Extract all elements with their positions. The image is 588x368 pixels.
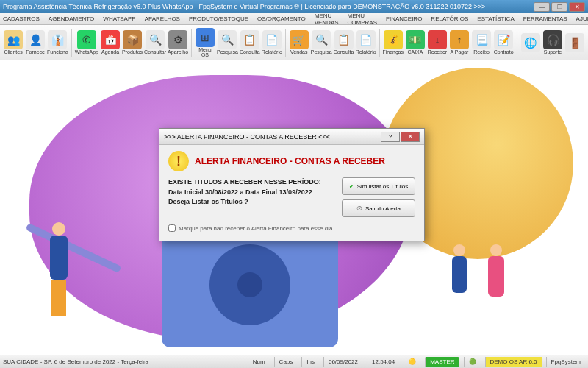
tool-icon: 🚪: [565, 33, 584, 52]
alert-icon: !: [168, 151, 189, 171]
exit-alert-button[interactable]: ⦿Sair do Alerta: [342, 199, 415, 217]
menu-agendamento[interactable]: AGENDAMENTO: [49, 15, 95, 22]
status-num: Num: [248, 357, 270, 367]
Vendas-icon: 🛒: [290, 30, 309, 49]
status-date: 06/09/2022: [323, 357, 362, 367]
close-button[interactable]: ✕: [569, 2, 585, 12]
toolbar-CAIXA[interactable]: 💵CAIXA: [405, 30, 426, 54]
toolbar-item[interactable]: 🌐: [520, 33, 541, 52]
toolbar-Consultar[interactable]: 🔍Consultar: [144, 30, 166, 54]
status-location: SUA CIDADE - SP, 6 de Setembro de 2022 -…: [3, 358, 243, 365]
toolbar-Suporte[interactable]: 🎧Suporte: [542, 30, 563, 54]
toolbar-label: Funciona: [47, 49, 68, 54]
workspace: >>> ALERTA FINANCEIRO - CONTAS A RECEBER…: [0, 60, 588, 355]
yes-list-button[interactable]: ✔Sim listar os Títulos: [342, 177, 415, 195]
toolbar-Consulta[interactable]: 📋Consulta: [240, 30, 260, 54]
alert-dialog: >>> ALERTA FINANCEIRO - CONTAS A RECEBER…: [159, 128, 425, 241]
main-titlebar: Programa Assistência Técnica Refrigeraçã…: [0, 0, 588, 13]
toolbar-Vendas[interactable]: 🛒Vendas: [289, 30, 309, 54]
dialog-caption: >>> ALERTA FINANCEIRO - CONTAS A RECEBER…: [164, 133, 381, 141]
menu-ferramentas[interactable]: FERRAMENTAS: [523, 15, 567, 22]
toolbar-label: Agenda: [101, 49, 119, 54]
toolbar-label: Consultar: [144, 49, 166, 54]
status-ins: Ins: [301, 357, 319, 367]
toolbar-label: Pesquisa: [311, 49, 332, 54]
toolbar-Relatório[interactable]: 📄Relatório: [356, 30, 376, 54]
toolbar-Clientes[interactable]: 👥Clientes: [3, 30, 24, 54]
toolbar-Pesquisa[interactable]: 🔍Pesquisa: [217, 30, 238, 54]
status-brand: FpqSystem: [546, 357, 585, 367]
toolbar-Funciona[interactable]: 👔Funciona: [47, 30, 68, 54]
menu-whatsapp[interactable]: WHATSAPP: [103, 15, 135, 22]
toolbar-Fornece[interactable]: 👤Fornece: [25, 30, 46, 54]
toolbar-Menu OS[interactable]: ⊞Menu OS: [195, 28, 215, 57]
Produtos-icon: 📦: [123, 30, 142, 49]
toolbar-Consulta[interactable]: 📋Consulta: [334, 30, 354, 54]
toolbar-Receber[interactable]: ↓Receber: [427, 30, 448, 54]
menu-vendas[interactable]: MENU VENDAS: [315, 13, 339, 26]
toolbar-label: Relatório: [262, 49, 282, 54]
toolbar-label: Consulta: [334, 49, 354, 54]
menu-produto[interactable]: PRODUTO/ESTOQUE: [189, 15, 248, 22]
toolbar-label: CAIXA: [407, 49, 423, 54]
Recibo-icon: 📃: [472, 30, 491, 49]
suppress-alert-input[interactable]: [168, 224, 176, 232]
toolbar-item[interactable]: 🚪: [564, 33, 585, 52]
toolbar-Produtos[interactable]: 📦Produtos: [122, 30, 143, 54]
Consultar-icon: 🔍: [146, 30, 165, 49]
Aparelho-icon: ⚙: [168, 30, 187, 49]
toolbar-Relatório[interactable]: 📄Relatório: [262, 30, 282, 54]
status-indicator: 🟢: [464, 357, 481, 367]
toolbar-label: Receber: [428, 49, 447, 54]
tool-icon: 🌐: [521, 33, 540, 52]
toolbar-Contrato[interactable]: 📝Contrato: [493, 30, 514, 54]
suppress-alert-checkbox[interactable]: Marque para não receber o Alerta Finance…: [168, 224, 415, 232]
toolbar-A Pagar[interactable]: ↑A Pagar: [449, 30, 470, 54]
Contrato-icon: 📝: [494, 30, 513, 49]
menu-compras[interactable]: MENU COMPRAS: [348, 13, 377, 26]
toolbar-label: Aparelho: [168, 49, 188, 54]
menu-financeiro[interactable]: FINANCEIRO: [386, 15, 422, 22]
menu-aparelhos[interactable]: APARELHOS: [145, 15, 180, 22]
toolbar-label: Vendas: [290, 49, 307, 54]
statusbar: SUA CIDADE - SP, 6 de Setembro de 2022 -…: [0, 355, 588, 368]
menu-os[interactable]: OS/ORÇAMENTO: [257, 15, 306, 22]
toolbar: 👥Clientes👤Fornece👔Funciona✆WhatsApp📅Agen…: [0, 25, 588, 60]
status-indicator: 🟡: [404, 357, 420, 367]
toolbar-Aparelho[interactable]: ⚙Aparelho: [168, 30, 188, 54]
toolbar-Finanças[interactable]: 💰Finanças: [382, 30, 403, 54]
menu-relatorios[interactable]: RELATÓRIOS: [431, 15, 468, 22]
menu-ajuda[interactable]: AJUDA: [576, 15, 588, 22]
toolbar-WhatsApp[interactable]: ✆WhatsApp: [75, 30, 98, 54]
dialog-close-button[interactable]: ✕: [401, 132, 420, 142]
CAIXA-icon: 💵: [406, 30, 425, 49]
worker-illustration: [448, 244, 470, 333]
dialog-help-button[interactable]: ?: [381, 132, 400, 142]
Pesquisa-icon: 🔍: [312, 30, 331, 49]
Fornece-icon: 👤: [26, 30, 45, 49]
toolbar-label: Clientes: [4, 49, 22, 54]
toolbar-label: Pesquisa: [217, 49, 238, 54]
minimize-button[interactable]: ―: [534, 2, 550, 12]
toolbar-label: Menu OS: [195, 47, 215, 57]
Consulta-icon: 📋: [240, 30, 259, 49]
menu-cadastros[interactable]: CADASTROS: [3, 15, 40, 22]
toolbar-Pesquisa[interactable]: 🔍Pesquisa: [311, 30, 332, 54]
toolbar-label: WhatsApp: [75, 49, 98, 54]
toolbar-label: Recibo: [473, 49, 490, 54]
toolbar-label: Suporte: [544, 49, 562, 54]
dialog-titlebar[interactable]: >>> ALERTA FINANCEIRO - CONTAS A RECEBER…: [159, 129, 424, 145]
toolbar-label: Produtos: [122, 49, 143, 54]
status-master: MASTER: [425, 357, 459, 367]
menu-estatistica[interactable]: ESTATÍSTICA: [477, 15, 514, 22]
toolbar-Recibo[interactable]: 📃Recibo: [471, 30, 492, 54]
toolbar-label: Relatório: [356, 49, 376, 54]
Relatório-icon: 📄: [262, 30, 282, 49]
Funciona-icon: 👔: [48, 30, 67, 49]
toolbar-Agenda[interactable]: 📅Agenda: [100, 30, 121, 54]
maximize-button[interactable]: ❐: [551, 2, 567, 12]
status-caps: Caps: [274, 357, 298, 367]
toolbar-label: Contrato: [494, 49, 514, 54]
Finanças-icon: 💰: [384, 30, 403, 49]
Pesquisa-icon: 🔍: [218, 30, 237, 49]
